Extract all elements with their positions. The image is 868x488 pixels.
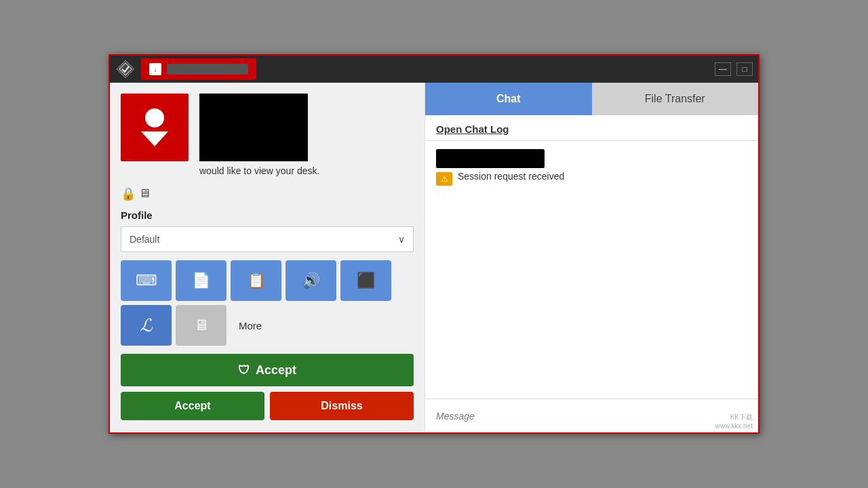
chat-messages: ⚠ Session request received xyxy=(425,141,758,399)
minimize-button[interactable]: — xyxy=(715,62,731,76)
watermark-line1: KK下载 xyxy=(715,413,753,422)
clipboard-button[interactable]: 📋 xyxy=(231,260,281,301)
titlebar-tab[interactable]: ↓ xyxy=(141,58,256,80)
maximize-button[interactable]: □ xyxy=(736,62,753,76)
accept-button[interactable]: Accept xyxy=(121,392,264,420)
message-input[interactable] xyxy=(436,411,747,422)
tab-bar: Chat File Transfer xyxy=(425,83,758,115)
lock-button[interactable]: ℒ xyxy=(121,305,172,346)
app-logo xyxy=(115,59,136,79)
shield-icon: 🛡 xyxy=(238,363,250,378)
avatar-circle xyxy=(145,108,164,127)
profile-selected: Default xyxy=(130,234,159,245)
left-panel: would like to view your desk. 🔒 🖥 Profil… xyxy=(110,83,425,432)
tab-file-transfer[interactable]: File Transfer xyxy=(592,83,759,115)
right-panel: Chat File Transfer Open Chat Log ⚠ Sessi… xyxy=(425,83,758,432)
request-text: would like to view your desk. xyxy=(199,164,319,178)
requester-section: would like to view your desk. xyxy=(121,94,414,178)
accept-dismiss-row: Accept Dismiss xyxy=(121,392,414,420)
profile-dropdown[interactable]: Default ∨ xyxy=(121,226,414,252)
dismiss-button[interactable]: Dismiss xyxy=(270,392,414,420)
session-request-message: ⚠ Session request received xyxy=(436,171,747,186)
open-chat-log[interactable]: Open Chat Log xyxy=(425,115,758,141)
accept-main-button[interactable]: 🛡 Accept xyxy=(121,354,414,386)
request-info: would like to view your desk. xyxy=(199,94,319,178)
screen-button[interactable]: ⬛ xyxy=(340,260,391,301)
tab-icon: ↓ xyxy=(149,63,161,75)
accept-main-label: Accept xyxy=(256,363,296,378)
monitor-button[interactable]: 🖥 xyxy=(176,305,226,346)
lock-icon: 🔒 xyxy=(121,186,133,199)
titlebar: ↓ — □ xyxy=(110,56,758,83)
file-button[interactable]: 📄 xyxy=(176,260,226,301)
status-icons: 🔒 🖥 xyxy=(121,186,414,199)
avatar xyxy=(121,94,189,161)
action-buttons-grid: ⌨ 📄 📋 🔊 ⬛ ℒ 🖥 More xyxy=(121,260,414,346)
tab-chat[interactable]: Chat xyxy=(425,83,592,115)
watermark-line2: www.kkx.net xyxy=(715,422,753,430)
avatar-icon xyxy=(141,108,168,146)
keyboard-button[interactable]: ⌨ xyxy=(121,260,172,301)
monitor-icon: 🖥 xyxy=(138,186,153,199)
avatar-chevron xyxy=(141,131,168,146)
watermark: KK下载 www.kkx.net xyxy=(715,413,753,430)
profile-section: Profile Default ∨ xyxy=(121,209,414,252)
more-button[interactable]: More xyxy=(231,305,270,346)
chevron-down-icon: ∨ xyxy=(398,234,405,245)
profile-label: Profile xyxy=(121,209,414,221)
window-controls: — □ xyxy=(715,62,753,76)
accept-section: 🛡 Accept Accept Dismiss xyxy=(121,354,414,420)
session-request-text: Session request received xyxy=(458,171,564,182)
redacted-name-bar xyxy=(436,149,545,168)
audio-button[interactable]: 🔊 xyxy=(285,260,336,301)
session-icon: ⚠ xyxy=(436,172,452,186)
main-window: ↓ — □ would like to view your desk. xyxy=(108,54,760,434)
video-preview xyxy=(199,94,308,161)
main-content: would like to view your desk. 🔒 🖥 Profil… xyxy=(110,83,758,432)
message-input-area xyxy=(425,399,758,432)
tab-text xyxy=(167,64,248,75)
